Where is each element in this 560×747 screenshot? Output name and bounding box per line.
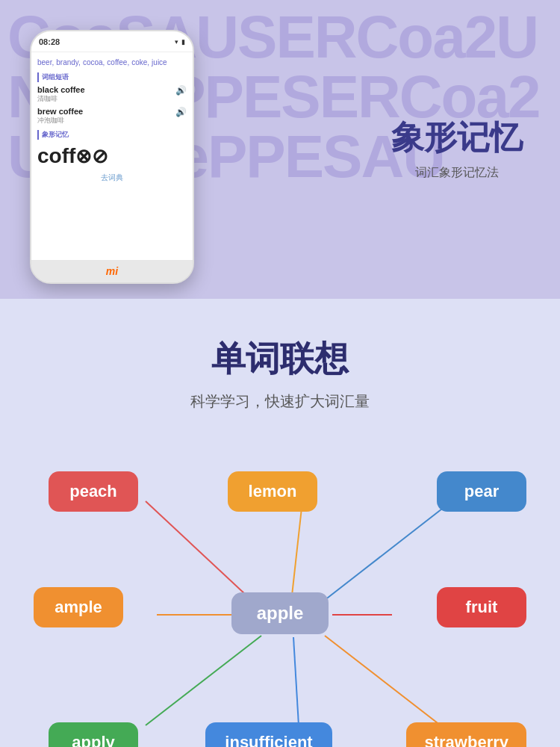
svg-line-1 xyxy=(291,501,302,602)
wifi-icon: ▾ xyxy=(175,38,178,46)
svg-line-6 xyxy=(293,637,299,725)
word-tag[interactable]: juice xyxy=(152,58,167,66)
svg-line-5 xyxy=(146,636,261,725)
node-label: lemon xyxy=(249,482,297,501)
section-subheading: 科学学习，快速扩大词汇量 xyxy=(22,391,538,412)
entry-meaning: 清咖啡 xyxy=(37,94,85,104)
word-tag[interactable]: coffee, xyxy=(107,58,129,66)
battery-icon: ▮ xyxy=(181,38,185,46)
dict-entry-black-coffee: black coffee 清咖啡 🔊 xyxy=(37,85,187,104)
node-peach[interactable]: peach xyxy=(49,471,138,512)
node-label: strawberry xyxy=(424,733,508,747)
phone-status-bar: 08:28 ▾ ▮ xyxy=(31,31,193,52)
node-apply[interactable]: apply xyxy=(49,722,138,747)
audio-icon[interactable]: 🔊 xyxy=(175,85,187,96)
section-heading: 单词联想 xyxy=(22,336,538,382)
node-label: peach xyxy=(69,482,117,501)
coffee-logo: coff ⊗⊘ xyxy=(37,144,187,168)
node-apple-center[interactable]: apple xyxy=(231,592,329,634)
dict-entry-brew-coffee: brew coffee 冲泡咖啡 🔊 xyxy=(37,107,187,125)
node-lemon[interactable]: lemon xyxy=(228,471,317,512)
word-tag[interactable]: beer, xyxy=(37,58,54,66)
node-fruit[interactable]: fruit xyxy=(437,587,526,627)
coffee-text-coff: coff xyxy=(37,144,75,168)
word-map: peach lemon pear ample apple fruit apply… xyxy=(26,456,534,747)
svg-line-7 xyxy=(325,636,441,725)
bottom-section: 单词联想 科学学习，快速扩大词汇量 peach xyxy=(0,299,560,747)
word-tag[interactable]: cocoa, xyxy=(83,58,105,66)
node-label: ample xyxy=(55,598,102,617)
word-tag[interactable]: brandy, xyxy=(56,58,81,66)
top-section: CoaSAUSERCoa2UNginePPESERCoa2UNginePPESA… xyxy=(0,0,560,299)
entry-meaning: 冲泡咖啡 xyxy=(37,116,83,125)
phone-mockup: 08:28 ▾ ▮ beer, brandy, cocoa, coffee, c… xyxy=(30,30,194,284)
node-label: fruit xyxy=(466,598,498,617)
node-pear[interactable]: pear xyxy=(437,471,526,512)
node-insufficient[interactable]: insufficient xyxy=(205,722,332,747)
goto-dict-link[interactable]: 去词典 xyxy=(37,173,187,183)
phone-time: 08:28 xyxy=(39,37,60,46)
audio-icon[interactable]: 🔊 xyxy=(175,107,187,117)
svg-line-2 xyxy=(317,501,452,606)
top-right-text-area: 象形记忆 词汇象形记忆法 xyxy=(391,118,523,181)
phone-screen: beer, brandy, cocoa, coffee, coke, juice… xyxy=(31,52,193,260)
node-label: apply xyxy=(72,733,114,747)
node-label: insufficient xyxy=(225,733,312,747)
mi-brand: mi xyxy=(106,265,118,277)
entry-word: black coffee xyxy=(37,85,85,94)
node-label: apple xyxy=(257,603,304,624)
word-tags: beer, brandy, cocoa, coffee, coke, juice xyxy=(37,58,187,66)
word-tag[interactable]: coke, xyxy=(131,58,149,66)
node-strawberry[interactable]: strawberry xyxy=(406,722,526,747)
coffee-oo-symbol: ⊗⊘ xyxy=(75,146,108,166)
phone-bottom-bar: mi xyxy=(31,260,193,282)
phone-icons: ▾ ▮ xyxy=(175,38,185,46)
svg-line-0 xyxy=(146,501,258,606)
node-label: pear xyxy=(464,482,499,501)
top-main-title: 象形记忆 xyxy=(391,118,523,158)
pictograph-area: coff ⊗⊘ xyxy=(37,144,187,168)
section-label-phrases: 词组短语 xyxy=(37,72,187,82)
node-ample[interactable]: ample xyxy=(34,587,123,627)
phone-shell: 08:28 ▾ ▮ beer, brandy, cocoa, coffee, c… xyxy=(30,30,194,284)
entry-word: brew coffee xyxy=(37,107,83,116)
section-label-pictograph: 象形记忆 xyxy=(37,130,187,140)
top-sub-title: 词汇象形记忆法 xyxy=(391,165,523,181)
